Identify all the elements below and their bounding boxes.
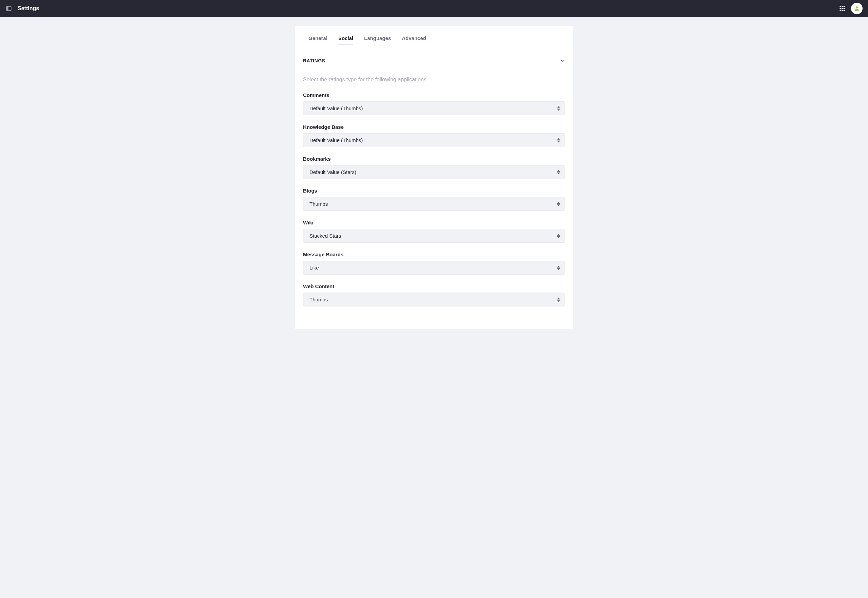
tab-social[interactable]: Social — [338, 33, 353, 45]
svg-rect-4 — [844, 6, 845, 7]
field-wiki: Wiki Stacked Stars — [303, 220, 565, 243]
field-blogs: Blogs Thumbs — [303, 188, 565, 211]
select-message-boards[interactable]: Like — [303, 261, 565, 275]
field-bookmarks: Bookmarks Default Value (Stars) — [303, 156, 565, 179]
header-right — [839, 3, 863, 14]
select-web-content[interactable]: Thumbs — [303, 293, 565, 306]
svg-rect-5 — [840, 8, 841, 9]
svg-point-11 — [856, 6, 858, 9]
label-message-boards: Message Boards — [303, 251, 565, 257]
avatar[interactable] — [851, 3, 863, 14]
settings-panel: General Social Languages Advanced RATING… — [295, 26, 573, 329]
svg-rect-2 — [840, 6, 841, 7]
select-blogs[interactable]: Thumbs — [303, 197, 565, 211]
tab-languages[interactable]: Languages — [364, 33, 391, 45]
field-comments: Comments Default Value (Thumbs) — [303, 92, 565, 115]
label-bookmarks: Bookmarks — [303, 156, 565, 162]
chevron-down-icon — [559, 58, 565, 63]
select-wiki[interactable]: Stacked Stars — [303, 229, 565, 243]
field-web-content: Web Content Thumbs — [303, 283, 565, 306]
select-knowledge-base[interactable]: Default Value (Thumbs) — [303, 133, 565, 147]
sidebar-toggle-icon[interactable] — [5, 5, 12, 12]
label-blogs: Blogs — [303, 188, 565, 194]
section-description: Select the ratings type for the followin… — [303, 76, 565, 83]
apps-grid-icon[interactable] — [839, 5, 846, 12]
label-web-content: Web Content — [303, 283, 565, 289]
tab-general[interactable]: General — [309, 33, 327, 45]
settings-tabs: General Social Languages Advanced — [303, 33, 565, 45]
section-title: RATINGS — [303, 58, 325, 63]
field-message-boards: Message Boards Like — [303, 251, 565, 275]
svg-rect-7 — [844, 8, 845, 9]
svg-rect-10 — [844, 10, 845, 11]
select-comments[interactable]: Default Value (Thumbs) — [303, 102, 565, 115]
top-header: Settings — [0, 0, 868, 17]
label-comments: Comments — [303, 92, 565, 98]
tab-advanced[interactable]: Advanced — [402, 33, 426, 45]
svg-rect-8 — [840, 10, 841, 11]
label-knowledge-base: Knowledge Base — [303, 124, 565, 130]
header-left: Settings — [5, 5, 39, 12]
page-title: Settings — [18, 5, 39, 12]
svg-rect-1 — [6, 6, 8, 10]
svg-rect-9 — [841, 10, 843, 11]
field-knowledge-base: Knowledge Base Default Value (Thumbs) — [303, 124, 565, 147]
svg-rect-6 — [841, 8, 843, 9]
select-bookmarks[interactable]: Default Value (Stars) — [303, 165, 565, 179]
svg-rect-3 — [841, 6, 843, 7]
section-header-ratings[interactable]: RATINGS — [303, 58, 565, 67]
label-wiki: Wiki — [303, 220, 565, 226]
